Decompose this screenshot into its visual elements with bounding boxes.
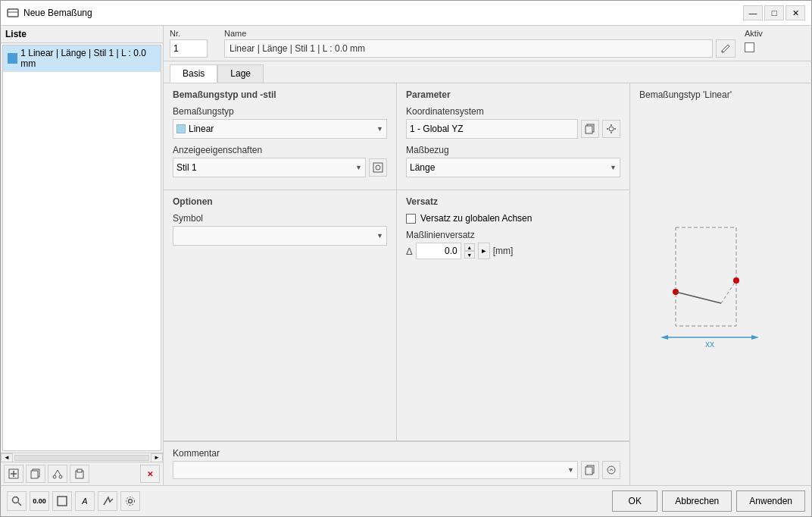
preview-label: Bemaßungstyp 'Linear' [630, 83, 811, 106]
svg-rect-27 [676, 227, 736, 326]
scroll-left-button[interactable]: ◄ [1, 453, 13, 462]
content-left: Bemaßungstyp und -stil Bemaßungstyp Line… [164, 83, 629, 485]
unit-arrow-button[interactable]: ► [478, 243, 490, 259]
optionen-title: Optionen [173, 196, 387, 207]
paste-item-button[interactable] [70, 465, 89, 483]
search-tool-button[interactable] [7, 491, 27, 511]
anwenden-button[interactable]: Anwenden [736, 490, 805, 512]
bemassungstyp-chevron: ▼ [376, 125, 383, 133]
koordinatensystem-settings-button[interactable] [602, 120, 620, 138]
gear-tool-button[interactable] [120, 491, 140, 511]
scroll-right-button[interactable]: ► [151, 453, 163, 462]
kommentar-chevron: ▼ [567, 466, 574, 474]
symbol-chevron: ▼ [376, 232, 383, 240]
name-input[interactable] [224, 39, 713, 58]
svg-point-39 [129, 500, 133, 503]
versatz-checkbox[interactable] [406, 214, 416, 224]
header-row: Nr. 1 Name Aktiv [164, 26, 811, 61]
delete-item-button[interactable]: ✕ [140, 465, 160, 483]
name-input-wrapper [224, 39, 735, 58]
ok-button[interactable]: OK [612, 490, 657, 512]
svg-marker-33 [661, 335, 668, 340]
koordinatensystem-group: Koordinatensystem 1 - Global YZ [406, 106, 620, 139]
copy-item-button[interactable] [26, 465, 45, 483]
tab-lage[interactable]: Lage [217, 64, 264, 83]
main-window: Neue Bemaßung — □ ✕ Liste 1 Linear | Län… [0, 0, 812, 517]
bemassungstyp-title: Bemaßungstyp und -stil [173, 89, 387, 100]
massliniensatz-input-row: Δ ▲ ▼ ► [mm] [406, 243, 620, 259]
versatz-section: Versatz Versatz zu globalen Achsen Maßli… [397, 190, 629, 440]
list-item[interactable]: 1 Linear | Länge | Stil 1 | L : 0.0 mm [3, 45, 161, 72]
add-item-button[interactable] [4, 465, 23, 483]
scrollbar-track [14, 455, 149, 461]
optionen-section: Optionen Symbol ▼ [164, 190, 397, 440]
left-panel: Liste 1 Linear | Länge | Stil 1 | L : 0.… [1, 26, 164, 485]
tab-basis[interactable]: Basis [170, 64, 217, 83]
svg-line-37 [18, 503, 21, 506]
massbezug-value: Länge [410, 162, 435, 173]
kommentar-row: ▼ [173, 461, 620, 479]
value-tool-button[interactable]: 0.00 [30, 491, 49, 511]
arrow-tool-button[interactable] [98, 491, 117, 511]
list-header: Liste [1, 26, 163, 43]
massbezug-label: Maßbezug [406, 145, 620, 155]
text-tool-button[interactable]: A [75, 491, 95, 511]
koordinatensystem-copy-button[interactable] [581, 120, 599, 138]
anzeige-value: Stil 1 [176, 162, 197, 173]
list-item-icon [8, 53, 17, 64]
aktiv-checkbox[interactable] [745, 42, 754, 52]
spin-buttons: ▲ ▼ [464, 243, 475, 258]
svg-rect-12 [77, 469, 82, 472]
window-title: Neue Bemaßung [23, 8, 92, 18]
window-icon [7, 7, 19, 19]
versatz-checkbox-group: Versatz zu globalen Achsen [406, 213, 620, 224]
svg-rect-38 [58, 497, 67, 506]
anzeige-edit-button[interactable] [369, 158, 387, 177]
bemassungstyp-section: Bemaßungstyp und -stil Bemaßungstyp Line… [164, 83, 397, 190]
bemassungstyp-select[interactable]: Linear ▼ [173, 119, 387, 139]
kommentar-select[interactable]: ▼ [173, 461, 578, 479]
list-item-text: 1 Linear | Länge | Stil 1 | L : 0.0 mm [20, 48, 156, 69]
anzeige-select[interactable]: Stil 1 ▼ [173, 158, 366, 177]
kommentar-copy-button[interactable] [581, 461, 599, 479]
massbezug-select[interactable]: Länge ▼ [406, 158, 620, 177]
title-bar-left: Neue Bemaßung [7, 7, 92, 19]
svg-rect-15 [373, 163, 383, 172]
bottom-buttons: OK Abbrechen Anwenden [612, 490, 805, 512]
maximize-button[interactable]: □ [764, 5, 784, 20]
spin-up-button[interactable]: ▲ [464, 243, 475, 251]
koordinatensystem-value: 1 - Global YZ [410, 124, 463, 134]
bottom-toolbar: 0.00 A [7, 491, 140, 511]
top-sections: Bemaßungstyp und -stil Bemaßungstyp Line… [164, 83, 629, 190]
symbol-group: Symbol ▼ [173, 213, 387, 246]
koordinatensystem-label: Koordinatensystem [406, 106, 620, 117]
close-button[interactable]: ✕ [785, 5, 805, 20]
anzeige-group: Anzeigeeigenschaften Stil 1 ▼ [173, 145, 387, 177]
spin-down-button[interactable]: ▼ [464, 251, 475, 258]
header-nr-group: Nr. 1 [170, 29, 215, 58]
edit-name-button[interactable] [716, 39, 735, 58]
svg-rect-6 [31, 471, 38, 478]
bottom-bar: 0.00 A OK Abbrechen Anwenden [1, 485, 811, 516]
kommentar-section: Kommentar ▼ [164, 441, 629, 485]
bemassungstyp-label: Bemaßungstyp [173, 106, 387, 117]
svg-rect-18 [586, 126, 592, 133]
window-controls: — □ ✕ [743, 5, 805, 20]
preview-panel: Bemaßungstyp 'Linear' [629, 83, 811, 485]
preview-area: xx [630, 106, 811, 485]
svg-point-36 [13, 497, 19, 503]
abbrechen-button[interactable]: Abbrechen [662, 490, 732, 512]
square-tool-button[interactable] [52, 491, 72, 511]
svg-line-10 [58, 470, 61, 475]
kommentar-edit-button[interactable] [602, 461, 620, 479]
nr-input: 1 [170, 39, 208, 58]
massliniensatz-input[interactable] [416, 243, 461, 259]
parameter-title: Parameter [406, 89, 620, 100]
symbol-select[interactable]: ▼ [173, 226, 387, 246]
svg-point-16 [376, 165, 380, 170]
cut-item-button[interactable] [48, 465, 67, 483]
koordinatensystem-select[interactable]: 1 - Global YZ [406, 119, 578, 139]
name-label: Name [224, 29, 735, 38]
minimize-button[interactable]: — [743, 5, 763, 20]
massbezug-chevron: ▼ [610, 164, 617, 171]
